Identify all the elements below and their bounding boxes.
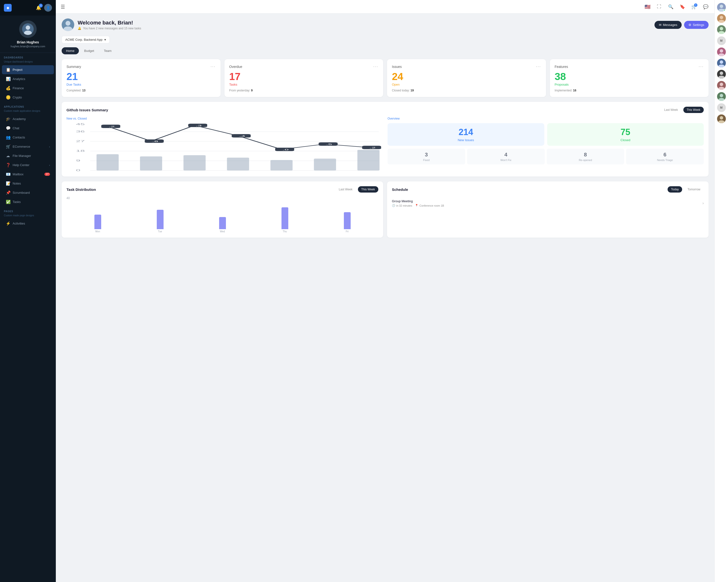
schedule-time: 🕐 in 32 minutes <box>392 204 412 207</box>
tomorrow-btn[interactable]: Tomorrow <box>684 186 704 193</box>
tab-team[interactable]: Team <box>100 47 116 54</box>
right-avatar-8[interactable] <box>717 81 726 90</box>
sidebar-item-academy[interactable]: 🎓 Academy <box>2 114 54 123</box>
sidebar-item-notes[interactable]: 📝 Notes <box>2 179 54 188</box>
right-avatar-6[interactable] <box>717 59 726 67</box>
clock-icon: 🕐 <box>392 204 395 207</box>
profile-email: hughes.brian@company.com <box>4 45 52 48</box>
sidebar-item-filemanager[interactable]: ☁ File Manager <box>2 151 54 160</box>
schedule-name: Group Meeting <box>392 199 444 203</box>
pages-label: PAGES <box>0 206 56 214</box>
right-avatar-2[interactable] <box>717 14 726 23</box>
fullscreen-toggle[interactable]: ⛶ <box>655 3 663 11</box>
sidebar-item-helpcenter[interactable]: ❓ Help Center › <box>2 161 54 169</box>
task-last-week-btn[interactable]: Last Week <box>335 186 356 193</box>
bar-wed: Wed <box>219 217 226 233</box>
github-title: Github Issues Summary <box>67 108 108 112</box>
sidebar-item-contacts[interactable]: 👥 Contacts <box>2 133 54 142</box>
wont-fix-label: Won't Fix <box>470 159 542 162</box>
overview-area: Overview 214 New Issues 75 Closed <box>388 117 704 172</box>
closed-number: 75 <box>551 127 700 137</box>
last-week-btn[interactable]: Last Week <box>661 107 681 113</box>
right-avatar-9[interactable] <box>717 92 726 101</box>
chevron-right-icon[interactable]: › <box>703 201 704 205</box>
chevron-icon: › <box>49 145 50 148</box>
settings-button[interactable]: ⚙ Settings <box>684 21 709 29</box>
card-menu-icon[interactable]: ··· <box>699 64 704 69</box>
svg-point-62 <box>720 49 723 53</box>
schedule-title: Schedule <box>392 188 408 192</box>
right-avatar-4[interactable]: M <box>717 36 726 45</box>
sidebar-item-label: File Manager <box>12 154 31 158</box>
reopened-label: Re-opened <box>550 159 622 162</box>
dashboards-label: DASHBOARDS <box>0 53 56 60</box>
search-button[interactable]: 🔍 <box>667 3 675 11</box>
task-chart-label: 40 <box>67 196 378 200</box>
tab-home[interactable]: Home <box>62 47 79 54</box>
sidebar-item-activities[interactable]: ⚡ Activities <box>2 219 54 228</box>
sidebar-item-label: Tasks <box>12 200 21 204</box>
card-menu-icon[interactable]: ··· <box>536 64 541 69</box>
fixed-card: 3 Fixed <box>388 149 465 164</box>
bookmark-button[interactable]: 🔖 <box>678 3 686 11</box>
messages-button[interactable]: ✉ Messages <box>654 21 682 29</box>
right-avatar-1[interactable] <box>717 3 726 11</box>
today-btn[interactable]: Today <box>668 186 682 193</box>
sidebar-item-scrumboard[interactable]: 📌 Scrumboard <box>2 188 54 197</box>
card-menu-icon[interactable]: ··· <box>210 64 215 69</box>
stat-card-header: Features ··· <box>555 64 704 69</box>
card-menu-icon[interactable]: ··· <box>373 64 378 69</box>
header-avatar[interactable]: 👤 <box>44 4 52 11</box>
this-week-btn[interactable]: This Week <box>683 107 704 113</box>
settings-icon: ⚙ <box>688 23 691 27</box>
menu-toggle[interactable]: ☰ <box>61 4 65 10</box>
sidebar-item-project[interactable]: 📋 Project <box>2 65 54 74</box>
task-this-week-btn[interactable]: This Week <box>358 186 378 193</box>
tabs-bar: Home Budget Team <box>62 47 709 54</box>
sidebar-item-analytics[interactable]: 📊 Analytics <box>2 75 54 83</box>
welcome-bar: Welcome back, Brian! 🔔 You have 2 new me… <box>62 19 709 31</box>
right-avatar-5[interactable] <box>717 48 726 56</box>
right-avatar-7[interactable] <box>717 70 726 79</box>
bar-mon-label: Mon <box>95 230 100 233</box>
sidebar-item-tasks[interactable]: ✅ Tasks <box>2 197 54 206</box>
language-flag[interactable]: 🇺🇸 <box>644 3 651 11</box>
right-avatar-3[interactable] <box>717 25 726 34</box>
stat-sub: Closed today: 19 <box>392 89 541 92</box>
svg-point-41 <box>322 143 328 145</box>
app-logo[interactable]: ◆ <box>4 4 11 11</box>
svg-point-56 <box>720 16 723 19</box>
right-avatar-10[interactable]: M <box>717 103 726 112</box>
bar-fri-label: Fri <box>346 230 349 233</box>
stat-title: Issues <box>392 65 401 68</box>
messages-button[interactable]: 💬 <box>702 3 709 11</box>
sidebar-item-label: Scrumboard <box>12 191 30 194</box>
right-avatar-11[interactable] <box>717 114 726 123</box>
notification-bell[interactable]: 🔔 3 <box>36 5 41 10</box>
sidebar-item-label: Analytics <box>12 77 25 81</box>
tab-budget[interactable]: Budget <box>80 47 99 54</box>
sidebar-item-finance[interactable]: 💰 Finance <box>2 84 54 93</box>
sidebar-item-ecommerce[interactable]: 🛒 ECommerce › <box>2 142 54 151</box>
main-area: ☰ 🇺🇸 ⛶ 🔍 🔖 🛒 5 💬 Welco <box>56 0 714 582</box>
stat-number: 24 <box>392 72 541 82</box>
project-icon: 📋 <box>6 67 10 72</box>
sidebar-item-chat[interactable]: 💬 Chat <box>2 124 54 133</box>
new-issues-label: New Issues <box>391 138 540 142</box>
triage-number: 6 <box>629 151 701 158</box>
inbox-button[interactable]: 🛒 5 <box>690 3 698 11</box>
online-indicator <box>723 9 726 11</box>
svg-text:9: 9 <box>76 159 80 162</box>
bar-thu-bar <box>282 207 288 229</box>
dashboards-section: DASHBOARDS Unique dashboard designs 📋 Pr… <box>0 53 56 102</box>
svg-point-1 <box>26 25 30 30</box>
project-label: ACME Corp. Backend App <box>65 38 102 41</box>
sidebar-item-crypto[interactable]: 🪙 Crypto <box>2 93 54 102</box>
sidebar-item-mailbox[interactable]: 📧 Mailbox 27 <box>2 170 54 179</box>
stat-number: 38 <box>555 72 704 82</box>
svg-point-68 <box>720 72 723 75</box>
content-area: Welcome back, Brian! 🔔 You have 2 new me… <box>56 13 714 582</box>
closed-label: Closed <box>551 138 700 142</box>
overview-big-cards: 214 New Issues 75 Closed <box>388 123 704 146</box>
project-selector[interactable]: ACME Corp. Backend App ▾ <box>62 36 110 44</box>
